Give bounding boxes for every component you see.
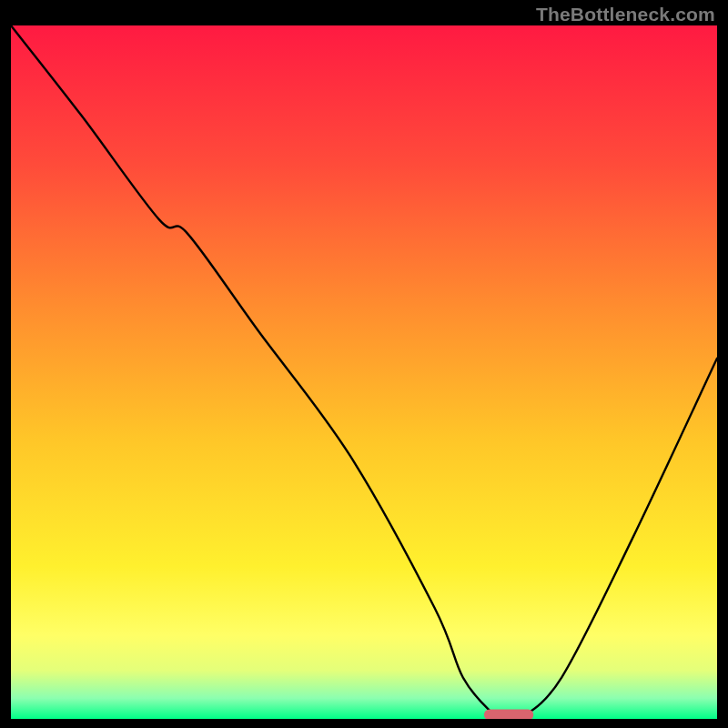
gradient-background <box>11 25 717 719</box>
optimal-range-marker <box>484 709 533 719</box>
watermark-text: TheBottleneck.com <box>536 4 715 25</box>
bottleneck-chart <box>11 25 717 719</box>
chart-frame <box>11 25 717 719</box>
